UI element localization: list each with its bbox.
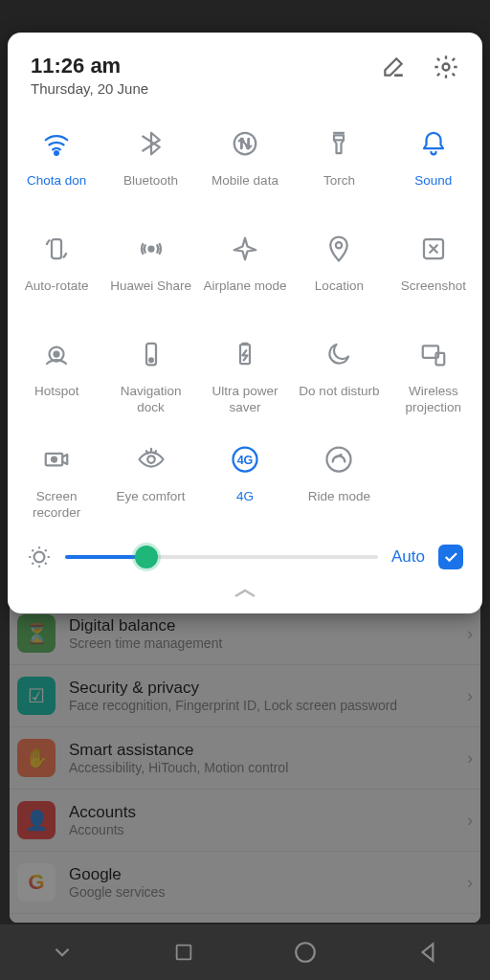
quick-settings-panel: 11:26 am Thursday, 20 June Chota donBlue… [8,33,482,613]
nav-collapse-icon[interactable] [50,940,75,965]
hotspot-icon [42,336,71,372]
qs-tile-dnd[interactable]: Do not disturb [292,326,386,426]
brightness-row: Auto [8,531,482,575]
svg-point-27 [34,552,45,563]
qs-tile-label: Huawei Share [110,278,191,311]
panel-handle[interactable] [8,575,482,606]
qs-tile-label: Airplane mode [203,278,286,311]
projection-icon [419,336,448,372]
airplane-icon [231,231,259,267]
settings-text: AccountsAccounts [69,803,454,837]
settings-item-google[interactable]: GGoogleGoogle services› [10,852,480,914]
qs-tile-hotspot[interactable]: Hotspot [10,326,103,426]
mobiledata-icon [231,125,259,162]
auto-brightness-checkbox[interactable] [438,545,463,569]
svg-point-6 [443,64,450,71]
qs-tile-label: Ultra power saver [200,384,290,416]
qs-tile-eyecomfort[interactable]: Eye comfort [103,432,197,531]
qs-tile-airplane[interactable]: Airplane mode [198,221,292,321]
panel-header: 11:26 am Thursday, 20 June [8,33,482,106]
svg-point-17 [149,358,153,362]
svg-rect-18 [240,345,250,364]
qs-tile-navdock[interactable]: Navigation dock [103,326,197,426]
android-navbar [0,924,490,980]
qs-tile-sound[interactable]: Sound [387,116,480,215]
qs-tile-projection[interactable]: Wireless projection [387,326,480,426]
nav-home-icon[interactable] [293,940,318,965]
screenrec-icon [42,441,71,478]
settings-item-accounts[interactable]: 👤AccountsAccounts› [10,790,480,852]
qs-tile-label: Navigation dock [105,384,195,416]
svg-text:4G: 4G [237,454,254,467]
settings-text: Security & privacyFace recognition, Fing… [69,679,454,713]
ridemode-icon [324,441,353,478]
qs-tile-bluetooth[interactable]: Bluetooth [103,116,197,215]
clock-time: 11:26 am [31,54,148,78]
settings-item-smart-assistance[interactable]: ✋Smart assistanceAccessibility, HiTouch,… [10,727,480,790]
qs-tile-screenshot[interactable]: Screenshot [387,221,480,321]
svg-point-7 [55,151,58,155]
autorotate-icon [42,231,71,267]
brightness-icon [27,545,52,569]
settings-item-security-privacy[interactable]: ☑Security & privacyFace recognition, Fin… [10,665,480,727]
qs-tile-powersaver[interactable]: Ultra power saver [198,326,292,426]
powersaver-icon [231,336,259,372]
qs-tile-label: Sound [414,173,452,206]
qs-tile-label: Torch [323,173,355,206]
user-icon: 👤 [17,801,56,839]
qs-tile-label: Auto-rotate [25,278,89,311]
svg-point-14 [55,352,59,357]
shield-icon: ☑ [17,677,56,715]
location-icon [324,231,353,267]
svg-rect-10 [52,239,61,258]
qs-tile-autorotate[interactable]: Auto-rotate [10,221,103,321]
torch-icon [324,125,353,162]
nav-recents-icon[interactable] [173,942,194,963]
qs-tile-grid: Chota donBluetoothMobile dataTorchSoundA… [8,106,482,531]
svg-rect-20 [435,353,444,366]
dnd-icon [324,336,353,372]
qs-tile-label: Mobile data [212,173,278,206]
svg-point-22 [52,457,56,462]
hourglass-icon: ⏳ [17,614,56,653]
brightness-thumb[interactable] [135,546,158,568]
qs-tile-mobiledata[interactable]: Mobile data [198,116,292,215]
settings-text: Smart assistanceAccessibility, HiTouch, … [69,741,454,775]
sound-icon [419,125,448,162]
qs-tile-label: Screenshot [401,278,466,311]
settings-gear-icon[interactable] [433,54,459,80]
qs-tile-label: Location [315,278,364,311]
chevron-right-icon: › [467,811,473,831]
huaweishare-icon [137,231,166,267]
svg-point-12 [336,242,342,248]
qs-tile-wifi[interactable]: Chota don [10,116,103,215]
qs-tile-torch[interactable]: Torch [292,116,386,215]
qs-tile-huaweishare[interactable]: Huawei Share [103,221,197,321]
qs-tile-label: Screen recorder [11,489,101,522]
edit-icon[interactable] [381,55,406,79]
qs-tile-label: Ride mode [308,489,370,522]
wifi-icon [42,125,71,162]
svg-point-5 [296,943,315,962]
svg-point-11 [148,247,153,252]
hand-icon: ✋ [17,739,56,777]
settings-list-background: ⏳Digital balanceScreen time management›☑… [10,603,480,923]
qs-tile-ridemode[interactable]: Ride mode [292,432,386,531]
brightness-slider[interactable] [65,555,378,559]
chevron-right-icon: › [467,748,473,768]
settings-text: Digital balanceScreen time management [69,616,454,651]
clock-date: Thursday, 20 June [31,80,148,97]
qs-tile-4g[interactable]: 4G4G [198,432,292,531]
qs-tile-screenrec[interactable]: Screen recorder [10,432,103,531]
screenshot-icon [419,231,448,267]
nav-back-icon[interactable] [416,940,441,965]
auto-brightness-label: Auto [391,547,425,567]
chevron-right-icon: › [467,624,473,644]
chevron-right-icon: › [467,686,473,706]
svg-point-26 [327,448,351,472]
svg-rect-9 [334,135,344,140]
chevron-right-icon: › [467,873,473,893]
svg-rect-4 [176,946,190,960]
svg-point-23 [147,456,155,463]
qs-tile-location[interactable]: Location [292,221,386,321]
